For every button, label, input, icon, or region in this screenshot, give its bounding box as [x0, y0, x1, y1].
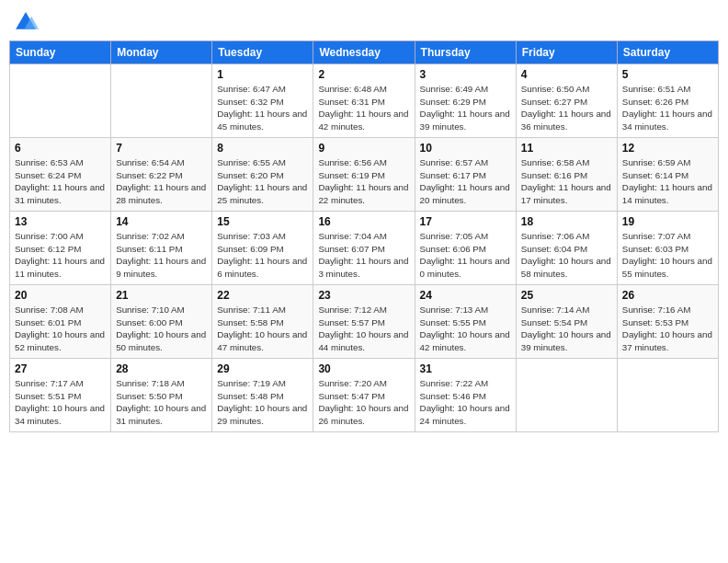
day-number: 9: [318, 142, 409, 155]
calendar-cell: 15Sunrise: 7:03 AM Sunset: 6:09 PM Dayli…: [212, 212, 313, 285]
day-number: 18: [521, 215, 612, 228]
day-info: Sunrise: 6:57 AM Sunset: 6:17 PM Dayligh…: [420, 156, 511, 207]
calendar-cell: 30Sunrise: 7:20 AM Sunset: 5:47 PM Dayli…: [313, 359, 415, 432]
calendar-cell: 1Sunrise: 6:47 AM Sunset: 6:32 PM Daylig…: [212, 64, 313, 138]
day-info: Sunrise: 7:04 AM Sunset: 6:07 PM Dayligh…: [318, 230, 409, 281]
calendar-cell: 16Sunrise: 7:04 AM Sunset: 6:07 PM Dayli…: [313, 212, 415, 285]
calendar-cell: 25Sunrise: 7:14 AM Sunset: 5:54 PM Dayli…: [516, 285, 617, 359]
day-number: 6: [15, 142, 106, 155]
day-number: 3: [420, 68, 511, 81]
calendar-week-row: 27Sunrise: 7:17 AM Sunset: 5:51 PM Dayli…: [10, 359, 719, 432]
day-info: Sunrise: 6:47 AM Sunset: 6:32 PM Dayligh…: [217, 83, 308, 133]
day-info: Sunrise: 6:50 AM Sunset: 6:27 PM Dayligh…: [521, 83, 612, 133]
day-info: Sunrise: 7:17 AM Sunset: 5:51 PM Dayligh…: [15, 377, 106, 428]
day-of-week-header: Wednesday: [313, 41, 415, 64]
calendar-cell: 7Sunrise: 6:54 AM Sunset: 6:22 PM Daylig…: [111, 138, 212, 212]
day-info: Sunrise: 7:08 AM Sunset: 6:01 PM Dayligh…: [15, 304, 106, 354]
calendar-cell: 9Sunrise: 6:56 AM Sunset: 6:19 PM Daylig…: [313, 138, 415, 212]
day-info: Sunrise: 6:51 AM Sunset: 6:26 PM Dayligh…: [622, 83, 713, 133]
calendar-week-row: 6Sunrise: 6:53 AM Sunset: 6:24 PM Daylig…: [10, 138, 719, 212]
day-info: Sunrise: 7:12 AM Sunset: 5:57 PM Dayligh…: [318, 304, 409, 354]
day-info: Sunrise: 7:07 AM Sunset: 6:03 PM Dayligh…: [622, 230, 713, 281]
day-info: Sunrise: 7:05 AM Sunset: 6:06 PM Dayligh…: [420, 230, 511, 281]
day-number: 26: [622, 289, 713, 302]
calendar-cell: 27Sunrise: 7:17 AM Sunset: 5:51 PM Dayli…: [10, 359, 111, 432]
day-info: Sunrise: 7:20 AM Sunset: 5:47 PM Dayligh…: [318, 377, 409, 428]
day-of-week-header: Tuesday: [212, 41, 313, 64]
day-info: Sunrise: 6:59 AM Sunset: 6:14 PM Dayligh…: [622, 156, 713, 207]
day-info: Sunrise: 7:03 AM Sunset: 6:09 PM Dayligh…: [217, 230, 308, 281]
calendar-cell: 10Sunrise: 6:57 AM Sunset: 6:17 PM Dayli…: [415, 138, 516, 212]
calendar-week-row: 1Sunrise: 6:47 AM Sunset: 6:32 PM Daylig…: [10, 64, 719, 138]
day-number: 1: [217, 68, 308, 81]
day-info: Sunrise: 6:49 AM Sunset: 6:29 PM Dayligh…: [420, 83, 511, 133]
calendar-cell: 19Sunrise: 7:07 AM Sunset: 6:03 PM Dayli…: [617, 212, 718, 285]
day-number: 20: [15, 289, 106, 302]
calendar-week-row: 20Sunrise: 7:08 AM Sunset: 6:01 PM Dayli…: [10, 285, 719, 359]
day-number: 31: [420, 362, 511, 375]
day-info: Sunrise: 7:13 AM Sunset: 5:55 PM Dayligh…: [420, 304, 511, 354]
day-number: 27: [15, 362, 106, 375]
calendar-cell: 11Sunrise: 6:58 AM Sunset: 6:16 PM Dayli…: [516, 138, 617, 212]
day-number: 28: [116, 362, 207, 375]
calendar-cell: [516, 359, 617, 432]
day-info: Sunrise: 7:22 AM Sunset: 5:46 PM Dayligh…: [420, 377, 511, 428]
day-number: 23: [318, 289, 409, 302]
day-number: 24: [420, 289, 511, 302]
day-number: 2: [318, 68, 409, 81]
calendar-cell: 31Sunrise: 7:22 AM Sunset: 5:46 PM Dayli…: [415, 359, 516, 432]
calendar-cell: 20Sunrise: 7:08 AM Sunset: 6:01 PM Dayli…: [10, 285, 111, 359]
day-number: 19: [622, 215, 713, 228]
day-number: 25: [521, 289, 612, 302]
day-number: 16: [318, 215, 409, 228]
day-info: Sunrise: 6:56 AM Sunset: 6:19 PM Dayligh…: [318, 156, 409, 207]
day-number: 7: [116, 142, 207, 155]
day-info: Sunrise: 7:16 AM Sunset: 5:53 PM Dayligh…: [622, 304, 713, 354]
day-info: Sunrise: 6:55 AM Sunset: 6:20 PM Dayligh…: [217, 156, 308, 207]
day-number: 15: [217, 215, 308, 228]
day-number: 30: [318, 362, 409, 375]
calendar-cell: 4Sunrise: 6:50 AM Sunset: 6:27 PM Daylig…: [516, 64, 617, 138]
logo: [13, 9, 42, 35]
calendar-cell: 6Sunrise: 6:53 AM Sunset: 6:24 PM Daylig…: [10, 138, 111, 212]
day-number: 13: [15, 215, 106, 228]
calendar-cell: [111, 64, 212, 138]
day-info: Sunrise: 7:11 AM Sunset: 5:58 PM Dayligh…: [217, 304, 308, 354]
calendar-cell: 24Sunrise: 7:13 AM Sunset: 5:55 PM Dayli…: [415, 285, 516, 359]
calendar-cell: 8Sunrise: 6:55 AM Sunset: 6:20 PM Daylig…: [212, 138, 313, 212]
calendar-cell: 12Sunrise: 6:59 AM Sunset: 6:14 PM Dayli…: [617, 138, 718, 212]
calendar-table: SundayMondayTuesdayWednesdayThursdayFrid…: [9, 40, 719, 432]
calendar-cell: [617, 359, 718, 432]
day-number: 11: [521, 142, 612, 155]
day-number: 10: [420, 142, 511, 155]
day-number: 29: [217, 362, 308, 375]
day-info: Sunrise: 7:00 AM Sunset: 6:12 PM Dayligh…: [15, 230, 106, 281]
day-info: Sunrise: 7:19 AM Sunset: 5:48 PM Dayligh…: [217, 377, 308, 428]
day-of-week-header: Sunday: [10, 41, 111, 64]
calendar-cell: 21Sunrise: 7:10 AM Sunset: 6:00 PM Dayli…: [111, 285, 212, 359]
calendar-cell: 23Sunrise: 7:12 AM Sunset: 5:57 PM Dayli…: [313, 285, 415, 359]
calendar-cell: 26Sunrise: 7:16 AM Sunset: 5:53 PM Dayli…: [617, 285, 718, 359]
day-number: 8: [217, 142, 308, 155]
day-number: 21: [116, 289, 207, 302]
day-of-week-header: Saturday: [617, 41, 718, 64]
day-info: Sunrise: 7:10 AM Sunset: 6:00 PM Dayligh…: [116, 304, 207, 354]
day-number: 12: [622, 142, 713, 155]
day-of-week-header: Monday: [111, 41, 212, 64]
calendar-cell: 22Sunrise: 7:11 AM Sunset: 5:58 PM Dayli…: [212, 285, 313, 359]
day-number: 4: [521, 68, 612, 81]
day-info: Sunrise: 6:53 AM Sunset: 6:24 PM Dayligh…: [15, 156, 106, 207]
day-number: 22: [217, 289, 308, 302]
calendar-cell: [10, 64, 111, 138]
day-info: Sunrise: 7:14 AM Sunset: 5:54 PM Dayligh…: [521, 304, 612, 354]
calendar-week-row: 13Sunrise: 7:00 AM Sunset: 6:12 PM Dayli…: [10, 212, 719, 285]
calendar-cell: 17Sunrise: 7:05 AM Sunset: 6:06 PM Dayli…: [415, 212, 516, 285]
day-of-week-header: Thursday: [415, 41, 516, 64]
day-info: Sunrise: 7:06 AM Sunset: 6:04 PM Dayligh…: [521, 230, 612, 281]
logo-icon: [13, 9, 39, 35]
calendar-cell: 3Sunrise: 6:49 AM Sunset: 6:29 PM Daylig…: [415, 64, 516, 138]
day-info: Sunrise: 7:18 AM Sunset: 5:50 PM Dayligh…: [116, 377, 207, 428]
day-of-week-header: Friday: [516, 41, 617, 64]
page-header: [9, 9, 719, 35]
day-info: Sunrise: 7:02 AM Sunset: 6:11 PM Dayligh…: [116, 230, 207, 281]
